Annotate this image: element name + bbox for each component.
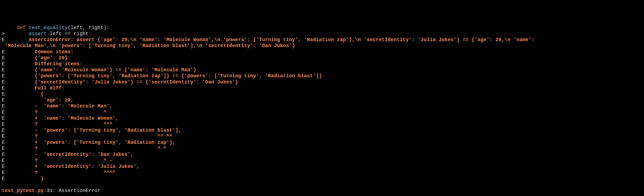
gutter: E [2, 55, 17, 61]
terminal-output: def test_equality(left, right):> assert … [2, 25, 642, 194]
segment-err: - 'name': 'Molecule Man', [17, 104, 112, 109]
output-line: E {'name': 'Molecule Woman'} != {'name':… [2, 67, 642, 73]
segment-err: + 'secretIdentity': 'Julia Jukes', [17, 164, 140, 169]
output-line: E {'powers': ['Turning tiny', 'Radiation… [2, 73, 642, 79]
output-line: E ? ^^ ^^ [2, 133, 642, 139]
segment-err: {'secretIdentity': 'Julia Jukes'} != {'s… [17, 79, 238, 85]
segment-err: + 'name': 'Molecule Woman', [17, 116, 118, 121]
segment-fn: test_equality [29, 25, 68, 31]
segment-err: + 'powers': ['Turning tiny', 'Radiation … [17, 140, 176, 145]
gutter: E [2, 140, 17, 146]
gutter [2, 25, 17, 31]
gutter: E [2, 97, 17, 103]
output-line: E ? ^ - [2, 158, 642, 164]
error-location-line: test_pytest.py:31: AssertionError [2, 188, 642, 194]
gutter: E [2, 146, 17, 152]
output-line: E + 'powers': ['Turning tiny', 'Radiatio… [2, 140, 642, 146]
output-line: def test_equality(left, right): [2, 25, 642, 31]
segment-err: ? ^^^ [17, 122, 112, 127]
output-line: E Common items: [2, 49, 642, 55]
gutter: E [2, 67, 17, 73]
gutter: E [2, 128, 17, 133]
output-line: E ? ^^^^ [2, 170, 642, 176]
gutter: E [2, 61, 17, 67]
segment-err: } [17, 176, 44, 181]
output-line: E } [2, 176, 642, 182]
segment-err: ? ^^^^ [17, 170, 116, 175]
gutter: E [2, 152, 17, 158]
gutter: E [2, 164, 17, 170]
segment-err: Full diff: [17, 85, 65, 91]
gutter: E [2, 103, 17, 109]
output-line: E {'secretIdentity': 'Julia Jukes'} != {… [2, 79, 642, 85]
output-line: E ? ^ [2, 110, 642, 116]
output-line: > assert left == right [2, 31, 642, 37]
segment-err: - 'secretIdentity': 'Dan Jukes', [17, 152, 134, 157]
output-line: E + 'name': 'Molecule Woman', [2, 116, 642, 122]
segment-err: ? ^ - [17, 158, 112, 163]
segment-code: (left, right): [68, 25, 110, 31]
output-line: E - 'name': 'Molecule Man', [2, 103, 642, 109]
output-line: E - 'secretIdentity': 'Dan Jukes', [2, 152, 642, 158]
gutter: E [2, 158, 17, 164]
segment-err: ? ^^ ^^ [17, 134, 172, 139]
segment-asrt: assert [29, 31, 47, 37]
gutter: E [2, 170, 17, 176]
segment-err: ? ^ [17, 110, 106, 115]
segment-code [17, 31, 29, 37]
segment-err: { [17, 91, 44, 97]
segment-err: {'name': 'Molecule Woman'} != {'name': '… [17, 67, 196, 73]
gutter: E [2, 122, 17, 128]
output-line: E Differing items: [2, 61, 642, 67]
output-line: 'Molecule Man',\n 'powers': ['Turning ti… [2, 43, 642, 49]
gutter: > [2, 31, 17, 37]
output-line: E + 'secretIdentity': 'Julia Jukes', [2, 164, 642, 170]
segment-err: {'powers': ['Turning tiny', 'Radiation z… [17, 73, 322, 79]
gutter: E [2, 110, 17, 116]
gutter: E [2, 49, 17, 55]
segment-err: Common items: [17, 49, 74, 55]
output-line: E 'age': 29, [2, 97, 642, 103]
gutter: E [2, 176, 17, 182]
segment-err: AssertionError: assert {'age': 29,\n 'na… [17, 37, 534, 43]
segment-err: {'age': 29} [17, 55, 68, 61]
line-and-error: :31: AssertionError [44, 188, 100, 193]
gutter: E [2, 116, 17, 122]
output-line: E - 'powers': ['Turning tiny', 'Radiatio… [2, 128, 642, 133]
gutter: E [2, 37, 17, 43]
segment-err: 'Molecule Man',\n 'powers': ['Turning ti… [2, 43, 295, 49]
segment-err: - 'powers': ['Turning tiny', 'Radiation … [17, 128, 182, 133]
output-line: E Full diff: [2, 85, 642, 91]
gutter: E [2, 79, 17, 85]
gutter: E [2, 133, 17, 139]
gutter: E [2, 91, 17, 97]
output-line: E AssertionError: assert {'age': 29,\n '… [2, 37, 642, 43]
output-line: E {'age': 29} [2, 55, 642, 61]
segment-kw: def [17, 25, 29, 31]
segment-err: Differing items: [17, 61, 83, 67]
blank-line [2, 182, 642, 188]
output-line: E { [2, 91, 642, 97]
output-line: E ? ^^^ [2, 122, 642, 128]
segment-code: left == right [47, 31, 89, 37]
segment-err: ? ^ ^ [17, 146, 166, 151]
gutter: E [2, 85, 17, 91]
source-file: test_pytest.py [2, 188, 44, 193]
gutter: E [2, 73, 17, 79]
output-line: E ? ^ ^ [2, 146, 642, 152]
segment-err: 'age': 29, [17, 97, 74, 103]
